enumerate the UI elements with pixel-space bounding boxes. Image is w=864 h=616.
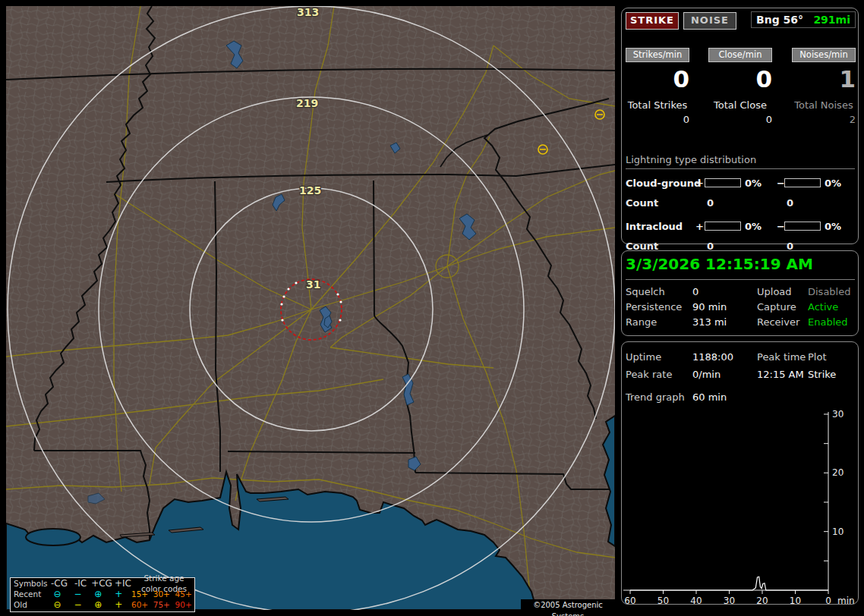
trend-axes: [623, 412, 828, 590]
ring-label-125: 125: [299, 184, 321, 196]
legend-old-row: Old ⊖ − ⊕ + 60+ 75+ 90+: [11, 599, 194, 610]
cg-negative-count: 0: [787, 197, 793, 209]
x-tick-label: 60: [624, 596, 635, 604]
noises-column: Noises/min 1 Total Noises 2: [792, 48, 856, 125]
pos-cg-recent-icon: ⊕: [88, 589, 109, 599]
persistence-value: 90 min: [692, 301, 727, 313]
pos-ic-old-icon: +: [109, 599, 129, 610]
strike-mode-button[interactable]: STRIKE: [626, 12, 679, 30]
legend-col--cg: -CG: [49, 578, 70, 589]
neg-ic-recent-icon: −: [68, 589, 88, 599]
close-column: Close/min 0 Total Close 0: [708, 48, 772, 125]
close-per-min-value: 0: [708, 65, 772, 93]
intracloud-row: Intracloud + 0% − 0%: [626, 216, 855, 236]
lightning-map[interactable]: 313 219 125 31 Symbols -CG -IC +CG +IC S…: [6, 6, 615, 610]
strikes-column: Strikes/min 0 Total Strikes 0: [626, 48, 689, 125]
ring-label-31: 31: [306, 278, 320, 291]
x-tick-label: 20: [756, 596, 768, 604]
age-30: 30+: [150, 589, 172, 599]
strike-stats-panel: STRIKE NOISE Bng 56° 291mi Strikes/min 0…: [621, 8, 859, 244]
plus-sign: +: [695, 178, 704, 189]
nexstorm-window: { "map": { "ring_labels": {"r313": "313"…: [0, 0, 864, 616]
neg-ic-old-icon: −: [68, 599, 88, 610]
distribution-title: Lightning type distribution: [626, 154, 855, 169]
total-close-label: Total Close: [708, 99, 772, 111]
copyright-notice: ©2005 Astrogenic Systems: [521, 599, 615, 611]
uptime-trend-panel: Uptime 1188:00 Peak time Plot Peak rate …: [621, 341, 859, 605]
bearing-value: Bng 56°: [756, 14, 803, 26]
map-canvas: 313 219 125 31: [6, 6, 615, 610]
trend-graph: 3020106050403020100min: [622, 342, 858, 604]
x-tick-label: 10: [790, 596, 801, 604]
upload-status: Disabled: [808, 286, 850, 297]
settings-row: Squelch 0 Upload Disabled: [626, 286, 855, 301]
datetime-display: 3/3/2026 12:15:19 AM: [626, 255, 855, 280]
neg-cg-old-icon: ⊖: [47, 599, 68, 610]
total-strikes-value: 0: [626, 114, 689, 125]
ic-negative-bar: [784, 222, 821, 231]
x-axis-unit: min: [837, 596, 855, 604]
squelch-value: 0: [692, 286, 698, 297]
cloud-ground-row: Cloud-ground + 0% − 0%: [626, 173, 855, 193]
ic-positive-bar: [705, 222, 741, 231]
cloud-ground-count-row: Count 0 0: [626, 194, 855, 212]
persistence-label: Persistence: [626, 301, 682, 313]
total-noises-value: 2: [792, 114, 856, 125]
y-tick-label: 10: [832, 526, 844, 537]
noise-mode-button[interactable]: NOISE: [683, 12, 736, 30]
cloud-ground-label: Cloud-ground: [626, 178, 701, 189]
squelch-label: Squelch: [626, 286, 665, 297]
legend-old-label: Old: [11, 599, 47, 610]
lightning-type-distribution: Lightning type distribution Cloud-ground…: [626, 154, 855, 256]
age-60: 60+: [129, 599, 151, 610]
clock-settings-panel: 3/3/2026 12:15:19 AM Squelch 0 Upload Di…: [621, 250, 859, 336]
capture-status: Active: [808, 301, 838, 313]
noises-per-min-button[interactable]: Noises/min: [792, 48, 856, 62]
ic-positive-pct: 0%: [745, 221, 762, 232]
plus-sign: +: [695, 221, 704, 232]
cg-positive-bar: [705, 178, 741, 187]
receiver-status: Enabled: [808, 316, 848, 328]
settings-row: Persistence 90 min Capture Active: [626, 301, 855, 316]
legend-header-row: Symbols -CG -IC +CG +IC Strike age color…: [11, 578, 194, 589]
y-tick-label: 20: [832, 467, 844, 478]
close-per-min-button[interactable]: Close/min: [708, 48, 772, 62]
receiver-label: Receiver: [757, 316, 799, 328]
capture-label: Capture: [757, 301, 796, 313]
pos-cg-old-icon: ⊕: [88, 599, 109, 610]
bearing-readout: Bng 56° 291mi: [751, 11, 856, 28]
range-value: 313 mi: [692, 316, 727, 328]
legend-col--ic: -IC: [70, 578, 91, 589]
x-tick-label: 40: [690, 596, 702, 604]
age-75: 75+: [150, 599, 172, 610]
legend-col-+ic: +IC: [112, 578, 134, 589]
x-tick-label: 30: [724, 596, 735, 604]
strikes-per-min-button[interactable]: Strikes/min: [626, 48, 689, 62]
bearing-distance: 291mi: [813, 14, 850, 26]
legend-col-+cg: +CG: [91, 578, 112, 589]
x-tick-label: 0: [825, 596, 831, 604]
age-15: 15+: [129, 589, 151, 599]
pos-ic-recent-icon: +: [109, 589, 129, 599]
cg-negative-pct: 0%: [825, 178, 841, 189]
noises-per-min-value: 1: [792, 65, 856, 93]
upload-label: Upload: [757, 286, 792, 297]
y-tick-label: 30: [832, 409, 844, 420]
cg-positive-count: 0: [707, 197, 714, 209]
ring-label-313: 313: [297, 6, 319, 18]
neg-cg-recent-icon: ⊖: [47, 589, 68, 599]
cg-negative-bar: [784, 178, 821, 187]
total-noises-label: Total Noises: [792, 99, 856, 111]
ring-label-219: 219: [296, 97, 318, 109]
trend-series: [630, 577, 828, 590]
range-label: Range: [626, 316, 657, 328]
total-strikes-label: Total Strikes: [626, 99, 689, 111]
intracloud-label: Intracloud: [626, 221, 683, 232]
count-label: Count: [626, 197, 658, 209]
legend-recent-row: Recent ⊖ − ⊕ + 15+ 30+ 45+: [11, 589, 194, 599]
ic-negative-pct: 0%: [825, 221, 841, 232]
strikes-per-min-value: 0: [626, 65, 689, 93]
settings-row: Range 313 mi Receiver Enabled: [626, 316, 855, 332]
x-tick-label: 50: [657, 596, 669, 604]
age-90: 90+: [172, 599, 194, 610]
